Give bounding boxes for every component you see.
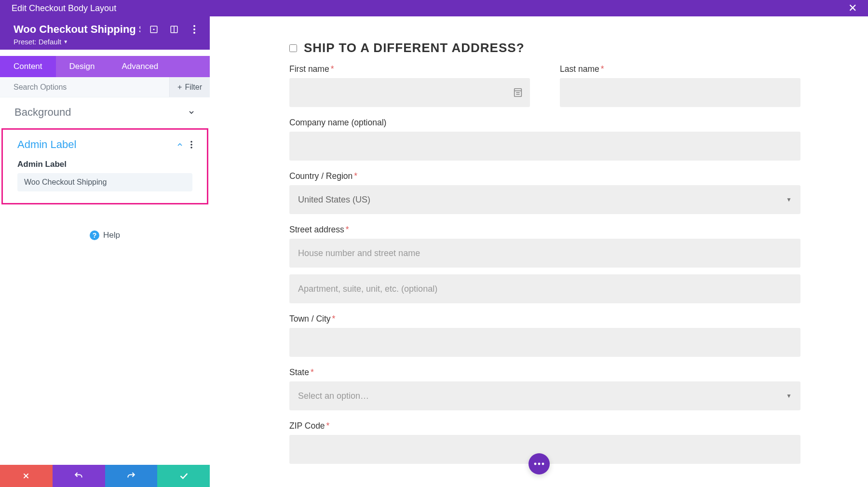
street-address-2-input[interactable]: [289, 274, 800, 303]
chevron-down-icon: ▼: [786, 196, 792, 203]
drag-icon[interactable]: [149, 25, 159, 34]
panel-icon[interactable]: [169, 25, 179, 34]
company-input[interactable]: [289, 132, 800, 161]
preset-selector[interactable]: Preset: Default ▼: [14, 38, 199, 46]
preset-label: Preset: Default: [14, 38, 61, 46]
svg-point-9: [190, 147, 192, 149]
filter-label: Filter: [185, 83, 202, 92]
options-panel: Background Admin Label Admin Label: [0, 97, 210, 205]
filter-button[interactable]: + Filter: [169, 77, 210, 97]
group-admin-label-title: Admin Label: [17, 138, 176, 151]
admin-label-input[interactable]: [17, 173, 192, 191]
search-input[interactable]: [14, 83, 169, 92]
editor-topbar: Edit Checkout Body Layout ✕: [0, 0, 868, 16]
svg-point-6: [193, 32, 195, 34]
more-icon[interactable]: [190, 25, 199, 34]
cancel-button[interactable]: [0, 465, 53, 487]
first-name-input[interactable]: [289, 78, 530, 107]
address-book-icon[interactable]: [513, 87, 523, 98]
street-label: Street address: [289, 225, 344, 234]
required-asterisk: *: [326, 421, 330, 431]
state-value: Select an option…: [298, 391, 369, 401]
svg-point-7: [190, 141, 192, 143]
action-bar: [0, 465, 210, 487]
required-asterisk: *: [346, 225, 349, 234]
tab-content[interactable]: Content: [0, 56, 56, 77]
help-label: Help: [103, 230, 120, 240]
country-select[interactable]: United States (US) ▼: [289, 185, 800, 214]
company-label: Company name (optional): [289, 118, 800, 128]
svg-point-16: [542, 463, 544, 465]
required-asterisk: *: [354, 171, 357, 181]
last-name-label: Last name: [560, 64, 599, 74]
ship-heading: SHIP TO A DIFFERENT ADDRESS?: [289, 41, 800, 55]
preview-area: SHIP TO A DIFFERENT ADDRESS? First name*…: [210, 16, 868, 487]
chevron-down-icon: [188, 108, 195, 116]
save-button[interactable]: [157, 465, 210, 487]
group-background-title: Background: [14, 106, 188, 119]
svg-point-1: [153, 29, 155, 30]
undo-button[interactable]: [53, 465, 105, 487]
first-name-label: First name: [289, 64, 329, 74]
svg-point-5: [193, 28, 195, 30]
chevron-down-icon: ▼: [786, 392, 792, 399]
tab-design[interactable]: Design: [56, 56, 108, 77]
group-more-icon[interactable]: [190, 141, 192, 149]
editor-title: Edit Checkout Body Layout: [12, 3, 846, 14]
fab-more-button[interactable]: [529, 453, 550, 474]
module-header: Woo Checkout Shipping Set... Preset: Def…: [0, 16, 210, 50]
tab-advanced[interactable]: Advanced: [108, 56, 172, 77]
required-asterisk: *: [601, 64, 604, 74]
state-label: State: [289, 367, 309, 377]
required-asterisk: *: [332, 314, 336, 324]
caret-down-icon: ▼: [63, 39, 68, 44]
group-admin-label-highlight: Admin Label Admin Label: [1, 128, 208, 204]
city-input[interactable]: [289, 328, 800, 357]
group-admin-label-body: Admin Label: [3, 160, 207, 191]
required-asterisk: *: [311, 367, 314, 377]
close-icon[interactable]: ✕: [846, 1, 859, 15]
search-row: + Filter: [0, 77, 210, 97]
group-admin-label[interactable]: Admin Label: [3, 130, 207, 160]
svg-point-4: [193, 25, 195, 27]
last-name-input[interactable]: [560, 78, 800, 107]
city-label: Town / City: [289, 314, 331, 324]
module-title: Woo Checkout Shipping Set...: [14, 23, 140, 36]
group-background[interactable]: Background: [0, 97, 210, 127]
help-link[interactable]: ? Help: [0, 230, 210, 240]
shipping-form: SHIP TO A DIFFERENT ADDRESS? First name*…: [289, 41, 800, 464]
street-address-1-input[interactable]: [289, 239, 800, 268]
zip-label: ZIP Code: [289, 421, 325, 431]
redo-button[interactable]: [105, 465, 158, 487]
svg-point-8: [190, 144, 192, 146]
admin-label-field-label: Admin Label: [17, 160, 192, 169]
module-tabs: Content Design Advanced: [0, 56, 210, 77]
required-asterisk: *: [331, 64, 334, 74]
chevron-up-icon: [176, 141, 184, 149]
svg-point-15: [538, 463, 540, 465]
svg-point-14: [534, 463, 536, 465]
help-icon: ?: [90, 230, 99, 240]
plus-icon: +: [177, 83, 182, 92]
ship-heading-text: SHIP TO A DIFFERENT ADDRESS?: [304, 41, 525, 55]
country-label: Country / Region: [289, 171, 353, 181]
country-value: United States (US): [298, 195, 370, 205]
state-select[interactable]: Select an option… ▼: [289, 381, 800, 410]
ship-different-checkbox[interactable]: [289, 44, 297, 52]
